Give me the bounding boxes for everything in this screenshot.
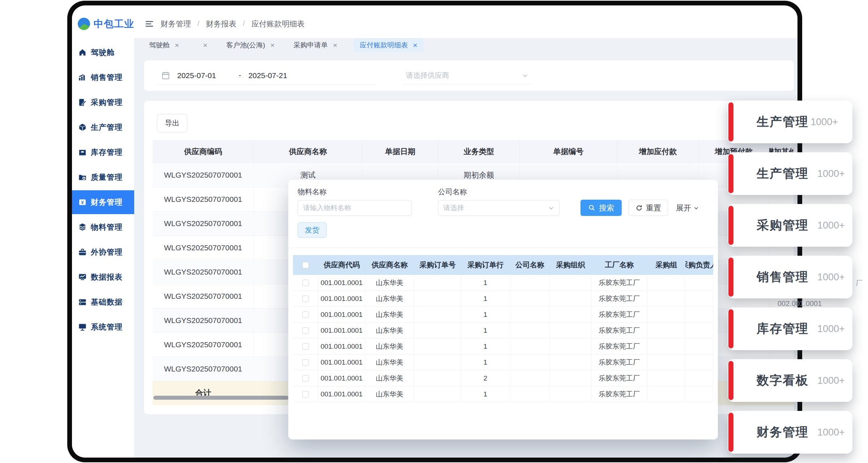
tab-purchase-request[interactable]: 采购申请单 × [290, 38, 340, 52]
material-name-label: 物料名称 [298, 187, 327, 197]
date-separator: - [239, 71, 241, 80]
inventory-box-icon [78, 148, 87, 157]
sidebar-item-outsourcing[interactable]: 外协管理 [72, 240, 134, 264]
sidebar-item-material[interactable]: 物料管理 [72, 215, 134, 239]
row-checkbox[interactable] [302, 296, 309, 302]
module-card-sales[interactable]: 销售管理 1000+ [728, 256, 852, 298]
sidebar-item-purchase[interactable]: 采购管理 [72, 90, 134, 114]
breadcrumb: 财务管理 / 财务报表 / 应付账款明细表 [135, 9, 797, 38]
background-factory-fragment: 厂 [856, 279, 863, 288]
supplier-select[interactable] [403, 67, 532, 84]
supplier-order-table-header: 供应商代码 供应商名称 采购订单号 采购订单行 公司名称 采购组织 工厂名称 采… [293, 255, 713, 275]
home-icon [78, 48, 87, 57]
sidebar-item-base-data[interactable]: 基础数据 [72, 290, 134, 314]
module-card-production-1[interactable]: 生产管理 1000+ [728, 101, 852, 143]
sales-chart-icon [78, 73, 87, 82]
divider [288, 248, 718, 248]
date-start-input[interactable] [177, 71, 231, 80]
table-row[interactable]: 001.001.0001 山东华美 1 乐胶东莞工厂 [293, 291, 713, 307]
sidebar-item-data-report[interactable]: 数据报表 [72, 265, 134, 289]
chevron-down-icon [522, 72, 529, 79]
sidebar-item-system[interactable]: 系统管理 [72, 315, 134, 339]
row-checkbox[interactable] [302, 359, 309, 366]
company-name-label: 公司名称 [438, 187, 467, 197]
material-layers-icon [78, 223, 87, 232]
count-badge: 1000+ [810, 116, 838, 128]
stage: 中包工业云 财务管理 / 财务报表 / 应付账款明细表 驾驶舱 [0, 0, 868, 463]
breadcrumb-separator: / [243, 20, 245, 28]
sidebar-item-quality[interactable]: 质量管理 [72, 165, 134, 189]
expand-toggle[interactable]: 展开 [676, 203, 699, 213]
material-search-dialog: 物料名称 公司名称 搜索 重置 展开 [288, 180, 718, 439]
supplier-select-input[interactable] [406, 71, 507, 80]
base-data-icon [78, 298, 87, 306]
search-button[interactable]: 搜索 [580, 200, 622, 216]
chevron-down-icon [693, 205, 699, 211]
row-checkbox[interactable] [302, 375, 309, 382]
select-all-checkbox[interactable] [302, 262, 309, 268]
row-checkbox[interactable] [302, 327, 309, 334]
material-name-input[interactable] [298, 200, 412, 216]
tab-customer-pool[interactable]: 客户池(公海) × [224, 38, 278, 52]
close-icon[interactable]: × [413, 41, 417, 49]
payable-table-header: 供应商编码 供应商名称 单据日期 业务类型 单据编号 增加应付款 增加预付款 增… [153, 140, 794, 163]
row-checkbox[interactable] [302, 280, 309, 286]
search-icon [588, 204, 596, 212]
module-card-finance[interactable]: 财务管理 1000+ [728, 411, 852, 454]
brand: 中包工业云 [72, 9, 135, 38]
breadcrumb-item[interactable]: 财务管理 [161, 19, 191, 29]
table-row[interactable]: 001.001.0001 山东华美 1 乐胶东莞工厂 [293, 386, 713, 402]
tab-payable-detail[interactable]: 应付账款明细表 × [353, 38, 424, 52]
tab-dashboard[interactable]: 驾驶舱 × [146, 38, 182, 52]
table-row[interactable]: 001.001.0001 山东华美 2 乐胶东莞工厂 [293, 370, 713, 386]
close-icon[interactable]: × [333, 41, 337, 49]
count-badge: 1000+ [817, 272, 845, 283]
reset-button[interactable]: 重置 [629, 200, 668, 216]
close-icon[interactable]: × [175, 41, 179, 49]
breadcrumb-item[interactable]: 财务报表 [206, 19, 237, 29]
production-cube-icon [78, 123, 87, 132]
background-order-code-fragment: 002.001.0001 [778, 300, 822, 308]
table-row[interactable]: 001.001.0001 山东华美 1 乐胶东莞工厂 [293, 275, 713, 291]
row-checkbox[interactable] [302, 343, 309, 350]
sidebar-item-inventory[interactable]: 库存管理 [72, 140, 134, 164]
ship-button[interactable]: 发货 [298, 222, 327, 238]
close-icon[interactable]: × [203, 41, 207, 49]
hamburger-icon[interactable] [145, 19, 154, 29]
row-checkbox[interactable] [302, 311, 309, 318]
count-badge: 1000+ [817, 375, 845, 386]
sidebar-item-production[interactable]: 生产管理 [72, 115, 134, 139]
supplier-order-table: 供应商代码 供应商名称 采购订单号 采购订单行 公司名称 采购组织 工厂名称 采… [293, 255, 713, 402]
count-badge: 1000+ [817, 168, 845, 179]
count-badge: 1000+ [817, 427, 845, 438]
table-row[interactable]: 001.001.0001 山东华美 1 乐胶东莞工厂 [293, 307, 713, 323]
count-badge: 1000+ [817, 220, 845, 231]
purchase-doc-icon [78, 98, 87, 107]
system-monitor-icon [78, 323, 87, 331]
module-card-purchase[interactable]: 采购管理 1000+ [728, 204, 852, 247]
table-row[interactable]: 001.001.0001 山东华美 1 乐胶东莞工厂 [293, 354, 713, 370]
company-select[interactable] [438, 200, 559, 216]
sidebar-item-finance[interactable]: ¥ 财务管理 [72, 190, 134, 214]
company-select-input[interactable] [443, 204, 537, 212]
tab-unnamed[interactable]: × [195, 38, 210, 52]
table-row[interactable]: 001.001.0001 山东华美 1 乐胶东莞工厂 [293, 323, 713, 339]
sidebar-item-dashboard[interactable]: 驾驶舱 [72, 41, 134, 64]
close-icon[interactable]: × [270, 41, 275, 49]
sidebar-item-sales[interactable]: 销售管理 [72, 65, 134, 89]
breadcrumb-item-current: 应付账款明细表 [251, 19, 305, 29]
module-card-production-2[interactable]: 生产管理 1000+ [728, 152, 852, 195]
module-card-inventory[interactable]: 库存管理 1000+ [728, 307, 852, 350]
outsourcing-briefcase-icon [78, 248, 87, 256]
table-row[interactable]: 001.001.0001 山东华美 1 乐胶东莞工厂 [293, 339, 713, 354]
svg-text:¥: ¥ [81, 200, 84, 205]
quality-folder-icon [78, 173, 87, 182]
finance-yen-icon: ¥ [78, 198, 87, 207]
date-end-input[interactable] [248, 71, 303, 80]
module-card-digital-board[interactable]: 数字看板 1000+ [728, 359, 852, 402]
date-range-picker[interactable]: - [158, 67, 375, 85]
horizontal-scrollbar[interactable] [153, 396, 289, 400]
tabs-bar: 驾驶舱 × × 客户池(公海) × 采购申请单 × [135, 38, 797, 52]
export-button[interactable]: 导出 [157, 114, 187, 132]
row-checkbox[interactable] [302, 391, 309, 398]
